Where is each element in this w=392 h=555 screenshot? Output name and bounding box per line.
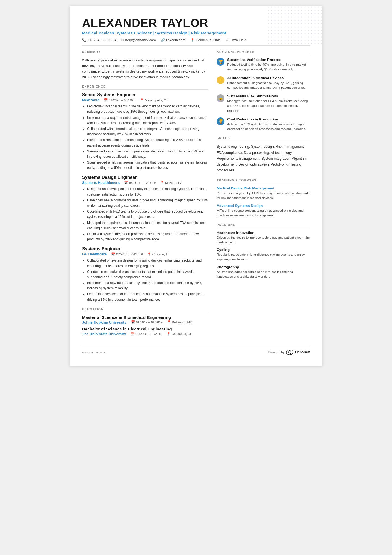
job-3: Systems Engineer GE Healthcare 📅 02/2014… — [82, 246, 208, 302]
header: ALEXANDER TAYLOR Medical Devices Systems… — [82, 17, 310, 46]
achievement-3-title: Successful FDA Submissions — [227, 94, 310, 98]
achievement-3-desc: Managed documentation for FDA submission… — [227, 99, 310, 113]
phone-number: +1-(234)-555-1234 — [87, 38, 116, 42]
experience-section: EXPERIENCE Senior Systems Engineer Medtr… — [82, 85, 208, 302]
achievement-2-desc: Enhancement of diagnostic accuracy by 25… — [227, 81, 310, 90]
list-item: Collaborated with international teams to… — [87, 126, 208, 137]
job-3-title: Systems Engineer — [82, 246, 208, 251]
passion-1: Healthcare Innovation Driven by the desi… — [217, 231, 310, 245]
training-1-title: Medical Device Risk Management — [217, 186, 310, 190]
degree-1-title: Master of Science in Biomedical Engineer… — [82, 315, 208, 320]
brand-name: Enhancv — [295, 350, 310, 354]
star-icon: ☆ — [225, 38, 229, 42]
degree-2-title: Bachelor of Science in Electrical Engine… — [82, 327, 208, 331]
list-item: Optimized system integration processes, … — [87, 231, 208, 242]
powered-by-text: Powered by — [268, 351, 284, 354]
achievement-2-content: AI Integration in Medical Devices Enhanc… — [227, 76, 310, 90]
passion-1-desc: Driven by the desire to improve technolo… — [217, 235, 310, 245]
job-2-company: Siemens Healthineers — [82, 181, 120, 185]
passion-3-desc: An avid photographer with a keen interes… — [217, 270, 310, 279]
achievement-4-icon: 🏆 — [217, 117, 224, 125]
training-1-desc: Certification program by AAMI focusing o… — [217, 191, 310, 201]
left-column: SUMMARY With over 7 years of experience … — [82, 50, 208, 341]
list-item: Coordinated with R&D teams to produce pr… — [87, 209, 208, 219]
achievement-4-content: Cost Reduction in Production Achieved a … — [227, 117, 310, 132]
main-content: SUMMARY With over 7 years of experience … — [82, 50, 310, 341]
contact-bar: 📞 +1-(234)-555-1234 ✉ help@enhancv.com 🔗… — [82, 38, 310, 46]
experience-title: EXPERIENCE — [82, 85, 208, 90]
job-2-dates: 📅 05/2016 – 12/2019 — [124, 181, 156, 185]
link-icon: 🔗 — [161, 38, 165, 42]
resume-page: ALEXANDER TAYLOR Medical Devices Systems… — [70, 6, 322, 366]
achievement-4-title: Cost Reduction in Production — [227, 117, 310, 121]
job-3-bullets: Collaborated on system design for imagin… — [82, 258, 208, 302]
location-icon: 📍 — [190, 38, 195, 42]
list-item: Spearheaded a risk management initiative… — [87, 160, 208, 171]
education-section: EDUCATION Master of Science in Biomedica… — [82, 307, 208, 336]
achievement-2-icon: ⚡ — [217, 76, 224, 84]
calendar-icon-edu1: 📅 — [131, 320, 135, 324]
calendar-icon-2: 📅 — [124, 181, 128, 185]
extra-contact: ☆ Extra Field — [225, 38, 246, 42]
job-2-meta: Siemens Healthineers 📅 05/2016 – 12/2019… — [82, 181, 208, 185]
achievement-3-content: Successful FDA Submissions Managed docum… — [227, 94, 310, 113]
list-item: Collaborated on system design for imagin… — [87, 258, 208, 268]
calendar-icon-edu2: 📅 — [130, 332, 134, 336]
list-item: Led training sessions for internal teams… — [87, 292, 208, 302]
training-2-desc: MITx online course concentrating on adva… — [217, 208, 310, 218]
achievement-1: 🏆 Streamline Verification Process Reduce… — [217, 58, 310, 72]
school-2: The Ohio State University — [82, 332, 126, 336]
degree-2-location: 📍 Columbus, OH — [167, 332, 192, 336]
job-2: Systems Design Engineer Siemens Healthin… — [82, 175, 208, 242]
list-item: Designed and developed user-friendly int… — [87, 186, 208, 197]
website-contact: 🔗 linkedin.com — [161, 38, 185, 42]
job-2-title: Systems Design Engineer — [82, 175, 208, 180]
achievement-1-desc: Reduced testing time by 40%, improving t… — [227, 62, 310, 72]
passion-2-desc: Regularly participate in long-distance c… — [217, 252, 310, 262]
list-item: Led cross-functional teams in the develo… — [87, 104, 208, 114]
website-url: linkedin.com — [166, 38, 185, 42]
location-contact: 📍 Columbus, Ohio — [190, 38, 221, 42]
degree-2-dates: 📅 01/2008 – 01/2012 — [130, 332, 162, 336]
job-1-company: Medtronic — [82, 98, 99, 102]
skills-section: SKILLS Systems engineering, System desig… — [217, 136, 310, 173]
passions-title: PASSIONS — [217, 223, 310, 228]
pin-icon-edu1: 📍 — [167, 320, 171, 324]
passion-3: Photography An avid photographer with a … — [217, 265, 310, 279]
footer: www.enhancv.com Powered by Enhancv — [82, 347, 310, 355]
pin-icon-edu2: 📍 — [167, 332, 170, 336]
phone-icon: 📞 — [82, 38, 86, 42]
achievement-1-icon: 🏆 — [217, 58, 224, 66]
achievements-section: KEY ACHIEVEMENTS 🏆 Streamline Verificati… — [217, 50, 310, 131]
job-3-dates: 📅 02/2014 – 04/2016 — [111, 252, 143, 256]
list-item: Developed new algorithms for data proces… — [87, 198, 208, 208]
list-item: Implemented a requirements management fr… — [87, 115, 208, 126]
email-contact: ✉ help@enhancv.com — [121, 38, 156, 42]
footer-website: www.enhancv.com — [82, 351, 107, 354]
achievement-2-title: AI Integration in Medical Devices — [227, 76, 310, 80]
pin-icon-1: 📍 — [140, 98, 144, 102]
achievements-title: KEY ACHIEVEMENTS — [217, 50, 310, 55]
school-1: Johns Hopkins University — [82, 320, 126, 324]
pin-icon-2: 📍 — [160, 181, 164, 185]
location-text: Columbus, Ohio — [196, 38, 221, 42]
email-icon: ✉ — [121, 38, 124, 42]
job-1-location: 📍 Minneapolis, MN — [140, 98, 169, 102]
training-section: TRAINING / COURSES Medical Device Risk M… — [217, 179, 310, 218]
job-2-bullets: Designed and developed user-friendly int… — [82, 186, 208, 242]
achievement-1-content: Streamline Verification Process Reduced … — [227, 58, 310, 72]
degree-1-dates: 📅 01/2012 – 01/2014 — [131, 320, 163, 324]
list-item: Implemented a new bug-tracking system th… — [87, 280, 208, 291]
achievement-3-icon: 🔒 — [217, 94, 224, 102]
education-title: EDUCATION — [82, 307, 208, 312]
list-item: Pioneered a real-time data monitoring sy… — [87, 137, 208, 148]
job-1-meta: Medtronic 📅 01/2020 – 09/2023 📍 Minneapo… — [82, 98, 208, 102]
job-3-meta: GE Healthcare 📅 02/2014 – 04/2016 📍 Chic… — [82, 252, 208, 256]
passion-2-title: Cycling — [217, 248, 310, 252]
list-item: Conducted extensive risk assessments tha… — [87, 269, 208, 280]
enhancv-logo-icon — [286, 350, 294, 355]
achievement-4-desc: Achieved a 15% reduction in production c… — [227, 122, 310, 132]
list-item: Streamlined system verification processe… — [87, 149, 208, 159]
degree-2: Bachelor of Science in Electrical Engine… — [82, 327, 208, 336]
achievement-3: 🔒 Successful FDA Submissions Managed doc… — [217, 94, 310, 113]
